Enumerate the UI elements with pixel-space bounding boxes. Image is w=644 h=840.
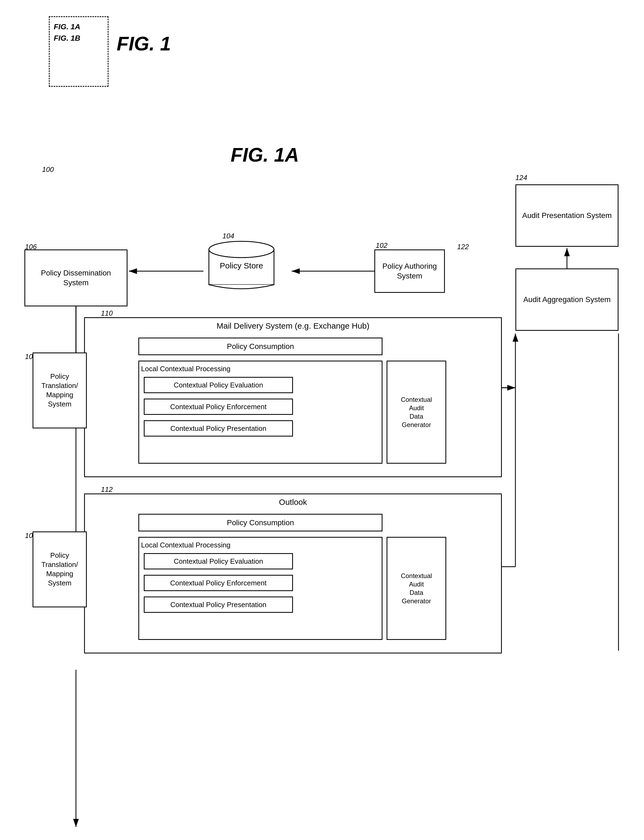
policy-store-cylinder [204, 239, 279, 293]
contextual-enforce-box-1: Contextual Policy Enforcement [144, 399, 293, 415]
local-contextual-label-1: Local Contextual Processing [138, 365, 296, 373]
legend-box: FIG. 1A FIG. 1B [49, 16, 108, 87]
audit-presentation-box: Audit Presentation System [516, 184, 618, 247]
ref-102: 102 [376, 241, 388, 250]
contextual-enforce-box-2: Contextual Policy Enforcement [144, 575, 293, 591]
policy-translation-2: Policy Translation/ Mapping System [33, 531, 87, 607]
fig1-title: FIG. 1 [117, 33, 171, 55]
policy-consumption-box-2: Policy Consumption [138, 514, 383, 531]
contextual-eval-box-1: Contextual Policy Evaluation [144, 377, 293, 393]
policy-translation-1: Policy Translation/ Mapping System [33, 352, 87, 428]
policy-authoring-box: Policy Authoring System [375, 249, 445, 293]
contextual-eval-box-2: Contextual Policy Evaluation [144, 553, 293, 570]
legend-item-1b: FIG. 1B [54, 34, 80, 43]
policy-consumption-box-1: Policy Consumption [138, 337, 383, 355]
audit-aggregation-box: Audit Aggregation System [516, 269, 618, 331]
fig1a-title: FIG. 1A [231, 144, 299, 166]
ref-112: 112 [101, 485, 113, 494]
ref-100: 100 [42, 165, 54, 174]
audit-data-gen-2: Contextual Audit Data Generator [386, 537, 446, 640]
policy-dissemination-box: Policy Dissemination System [25, 249, 128, 306]
ref-110: 110 [101, 309, 113, 318]
legend-item-1a: FIG. 1A [54, 23, 80, 31]
mail-delivery-title: Mail Delivery System (e.g. Exchange Hub) [84, 321, 502, 331]
outlook-title: Outlook [84, 498, 502, 507]
contextual-present-box-2: Contextual Policy Presentation [144, 596, 293, 613]
svg-point-18 [209, 241, 274, 257]
local-contextual-label-2: Local Contextual Processing [138, 541, 296, 549]
ref-122: 122 [457, 243, 469, 251]
audit-data-gen-1: Contextual Audit Data Generator [386, 360, 446, 463]
ref-124: 124 [516, 174, 527, 182]
contextual-present-box-1: Contextual Policy Presentation [144, 420, 293, 437]
